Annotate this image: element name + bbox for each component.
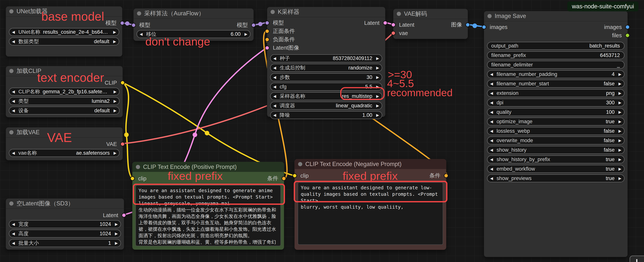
output-port-images[interactable] — [625, 25, 630, 29]
widget-seed[interactable]: ◀ 种子 85372802409112 ▶ — [270, 54, 382, 62]
stepper-left-icon[interactable]: ◀ — [273, 113, 278, 117]
input-port-clip[interactable] — [292, 173, 297, 178]
input-port-latent[interactable] — [391, 22, 396, 27]
node-ksampler[interactable]: K采样器 模型 Latent 正面条件 负面条件 Latent图像 — [267, 7, 386, 117]
stepper-left-icon[interactable]: ◀ — [12, 222, 17, 226]
reroute-dot-yellow-2[interactable] — [205, 131, 209, 135]
stepper-right-icon[interactable]: ▶ — [616, 81, 622, 86]
stepper-left-icon[interactable]: ◀ — [490, 110, 496, 114]
input-port-vae[interactable] — [391, 31, 396, 35]
stepper-left-icon[interactable]: ◀ — [490, 157, 496, 162]
widget-device[interactable]: ◀ 设备 default ▶ — [9, 107, 120, 115]
stepper-right-icon[interactable]: ▶ — [111, 99, 116, 103]
stepper-left-icon[interactable]: ◀ — [490, 167, 496, 171]
widget-lossless-webp[interactable]: ◀ lossless_webp false ▶ — [487, 127, 624, 135]
input-port-model[interactable] — [265, 21, 270, 25]
stepper-left-icon[interactable]: ◀ — [273, 56, 278, 61]
stepper-left-icon[interactable]: ◀ — [273, 75, 278, 80]
widget-steps[interactable]: ◀ 步数 30 ▶ — [270, 73, 382, 81]
stepper-left-icon[interactable]: ◀ — [490, 100, 496, 105]
output-port-conditioning[interactable] — [444, 173, 448, 178]
stepper-right-icon[interactable]: ▶ — [616, 100, 622, 105]
reroute-dot-blue[interactable] — [472, 23, 477, 28]
stepper-right-icon[interactable]: ▶ — [616, 148, 622, 152]
stepper-left-icon[interactable]: ◀ — [273, 103, 278, 108]
widget-height[interactable]: ◀ 高度 1024 ▶ — [9, 230, 121, 238]
input-port-model[interactable] — [131, 23, 136, 27]
stepper-left-icon[interactable]: ◀ — [12, 39, 17, 44]
node-title-bar[interactable]: Image Save — [484, 11, 628, 21]
reroute-dot-yellow-1[interactable] — [124, 132, 129, 137]
widget-filename-number-start[interactable]: ◀ filename_number_start false ▶ — [487, 80, 624, 88]
widget-show-history-by-prefix[interactable]: ◀ show_history_by_prefix true ▶ — [487, 155, 624, 163]
widget-sampler-name[interactable]: ◀ 采样器名称 res_multistep ▶ — [270, 92, 382, 100]
output-port-files[interactable] — [625, 33, 630, 38]
node-title-bar[interactable]: 空Latent图像（SD3） — [6, 199, 124, 209]
stepper-right-icon[interactable]: ▶ — [616, 138, 622, 143]
stepper-right-icon[interactable]: ▶ — [374, 56, 379, 61]
widget-output-path[interactable]: output_path batch_results — [487, 42, 624, 50]
stepper-right-icon[interactable]: ▶ — [616, 110, 622, 114]
stepper-right-icon[interactable]: ▶ — [616, 119, 622, 124]
stepper-left-icon[interactable]: ◀ — [12, 89, 17, 94]
widget-denoise[interactable]: ◀ 降噪 1.00 ▶ — [270, 111, 382, 119]
stepper-left-icon[interactable]: ◀ — [12, 231, 17, 236]
output-port-latent[interactable] — [383, 21, 388, 25]
stepper-left-icon[interactable]: ◀ — [273, 84, 278, 89]
stepper-right-icon[interactable]: ▶ — [374, 113, 379, 117]
widget-batch-size[interactable]: ◀ 批量大小 1 ▶ — [9, 239, 121, 247]
node-image-save[interactable]: Image Save images images files output_pa… — [484, 11, 628, 257]
stepper-right-icon[interactable]: ▶ — [111, 30, 116, 34]
stepper-right-icon[interactable]: ▶ — [616, 176, 622, 181]
stepper-left-icon[interactable]: ◀ — [273, 65, 278, 70]
widget-filename-delimiter[interactable]: filename_delimiter _ — [487, 61, 624, 69]
widget-control-after-generate[interactable]: ◀ 生成后控制 randomize ▶ — [270, 64, 382, 72]
input-port-latent-image[interactable] — [265, 46, 270, 50]
stepper-right-icon[interactable]: ▶ — [112, 241, 118, 245]
stepper-right-icon[interactable]: ▶ — [111, 39, 116, 44]
stepper-left-icon[interactable]: ◀ — [490, 91, 496, 95]
stepper-left-icon[interactable]: ◀ — [490, 148, 496, 152]
node-title-bar[interactable]: K采样器 — [267, 7, 385, 17]
stepper-left-icon[interactable]: ◀ — [490, 138, 496, 143]
stepper-right-icon[interactable]: ▶ — [616, 72, 622, 77]
widget-width[interactable]: ◀ 宽度 1024 ▶ — [9, 220, 121, 228]
stepper-left-icon[interactable]: ◀ — [490, 119, 496, 124]
positive-prompt-textarea[interactable]: You are an assistant designed to generat… — [136, 185, 281, 246]
widget-filename-number-padding[interactable]: ◀ filename_number_padding 4 ▶ — [487, 70, 624, 78]
stepper-right-icon[interactable]: ▶ — [374, 65, 379, 70]
stepper-right-icon[interactable]: ▶ — [374, 75, 379, 80]
output-port-latent[interactable] — [122, 213, 126, 218]
output-port-clip[interactable] — [120, 80, 125, 85]
stepper-left-icon[interactable]: ◀ — [12, 108, 17, 113]
widget-dpi[interactable]: ◀ dpi 300 ▶ — [487, 99, 624, 107]
node-title-bar[interactable]: 采样算法（AuraFlow） — [134, 8, 254, 19]
stepper-right-icon[interactable]: ▶ — [616, 129, 622, 133]
stepper-left-icon[interactable]: ◀ — [12, 241, 17, 245]
corner-control[interactable] — [630, 256, 644, 262]
widget-show-previews[interactable]: ◀ show_previews true ▶ — [487, 174, 624, 182]
stepper-right-icon[interactable]: ▶ — [374, 84, 379, 89]
input-port-negative[interactable] — [265, 37, 270, 42]
reroute-dot-pink[interactable] — [192, 132, 197, 137]
widget-filename-prefix[interactable]: filename_prefix 6453712 — [487, 51, 624, 59]
negative-prompt-textarea[interactable]: You are an assistant designed to generat… — [298, 182, 443, 245]
stepper-right-icon[interactable]: ▶ — [374, 103, 379, 108]
stepper-left-icon[interactable]: ◀ — [490, 176, 496, 181]
output-port-image[interactable] — [466, 22, 470, 27]
stepper-left-icon[interactable]: ◀ — [490, 81, 496, 86]
node-title-bar[interactable]: CLIP Text Encode (Negative Prompt) — [295, 159, 446, 169]
stepper-left-icon[interactable]: ◀ — [490, 129, 496, 133]
input-port-positive[interactable] — [265, 29, 270, 33]
node-empty-latent[interactable]: 空Latent图像（SD3） Latent ◀ 宽度 1024 ▶ ◀ 高度 1… — [6, 198, 124, 250]
stepper-right-icon[interactable]: ▶ — [111, 151, 116, 155]
stepper-left-icon[interactable]: ◀ — [12, 99, 17, 103]
widget-show-history[interactable]: ◀ show_history false ▶ — [487, 146, 624, 154]
stepper-right-icon[interactable]: ▶ — [616, 167, 622, 171]
node-graph-canvas[interactable]: UNet加载器 模型 ◀ UNet名称 results_cosine_2e-4_… — [0, 0, 644, 262]
stepper-left-icon[interactable]: ◀ — [12, 151, 17, 155]
widget-cfg[interactable]: ◀ cfg 5.5 ▶ — [270, 83, 382, 91]
stepper-right-icon[interactable]: ▶ — [616, 91, 622, 95]
stepper-right-icon[interactable]: ▶ — [112, 222, 118, 226]
node-title-bar[interactable]: VAE解码 — [393, 9, 468, 19]
